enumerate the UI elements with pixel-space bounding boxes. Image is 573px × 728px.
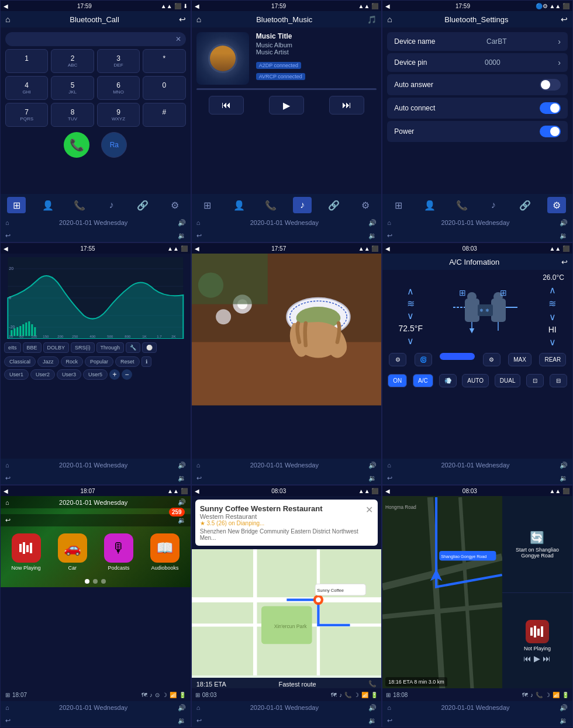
back-settings-bottom[interactable]: ↩ — [387, 232, 392, 240]
music-note-icon[interactable]: 🎵 — [367, 15, 377, 24]
back-circle-apps[interactable]: ◀ — [4, 488, 8, 494]
tab-phone[interactable]: 📞 — [70, 197, 89, 213]
home-icon-music[interactable]: ⌂ — [196, 15, 201, 24]
back-nav-bottom[interactable]: ↩ — [196, 717, 202, 724]
vol-down-cp[interactable]: 🔉 — [560, 717, 568, 724]
back-cp-bottom[interactable]: ↩ — [387, 717, 392, 724]
ac-right-down2[interactable]: ∨ — [549, 337, 556, 348]
cp-forward-btn[interactable]: ⏭ — [543, 654, 551, 663]
back-bottom-icon[interactable]: ↩ — [5, 232, 11, 240]
maps-icon[interactable]: 🗺 — [141, 692, 147, 698]
video-area[interactable] — [192, 254, 382, 405]
back-circle-cp[interactable]: ◀ — [385, 488, 390, 494]
ac-left-up[interactable]: ∧ — [407, 286, 414, 297]
grid-sys-icon[interactable]: ⊞ — [5, 692, 10, 698]
volume-down-icon[interactable]: 🔉 — [178, 232, 186, 240]
eq-user1[interactable]: User1 — [4, 369, 29, 380]
dial-btn-7[interactable]: 7PQRS — [5, 103, 48, 127]
eq-preset-jazz[interactable]: Jazz — [37, 356, 59, 367]
eq-preset-popular[interactable]: Popular — [85, 356, 113, 367]
maps-nav-icon[interactable]: 🗺 — [331, 692, 337, 698]
volume-music[interactable]: 🔊 — [368, 219, 377, 227]
back-eq-bottom[interactable]: ↩ — [5, 474, 11, 482]
home-eq-bottom[interactable]: ⌂ — [5, 462, 9, 469]
home-apps-bottom[interactable]: ⌂ — [5, 704, 9, 711]
back-apps-inner[interactable]: ↩ — [5, 516, 11, 524]
back-circle-ac[interactable]: ◀ — [385, 245, 390, 252]
ac-ac-btn[interactable]: A/C — [413, 374, 433, 387]
back-circle-eq[interactable]: ◀ — [4, 245, 8, 252]
eq-user2[interactable]: User2 — [30, 369, 55, 380]
vol-down-eq[interactable]: 🔉 — [178, 474, 186, 482]
eq-effect-dolby[interactable]: DOLBY — [43, 342, 70, 353]
home-ac-bottom[interactable]: ⌂ — [387, 462, 391, 469]
dial-btn-6[interactable]: 6MNO — [97, 76, 140, 100]
ac-on-btn[interactable]: ON — [388, 374, 407, 387]
volume-settings[interactable]: 🔊 — [560, 219, 568, 227]
dial-btn-4[interactable]: 4GHI — [5, 76, 48, 100]
home-bottom-music[interactable]: ⌂ — [196, 219, 201, 226]
app-audiobooks[interactable]: 📖 Audiobooks — [150, 533, 180, 571]
tab-settings-music[interactable]: ⚙ — [356, 197, 375, 213]
power-toggle[interactable] — [540, 126, 561, 137]
vol-down-apps-inner[interactable]: 🔉 — [178, 516, 186, 524]
ac-fan-btn[interactable]: 🌀 — [415, 353, 432, 366]
back-apps-bottom[interactable]: ↩ — [5, 717, 11, 724]
eq-effect-r1[interactable]: 🔧 — [126, 342, 140, 353]
tab-music-music[interactable]: ♪ — [293, 197, 312, 213]
vol-down-apps[interactable]: 🔉 — [178, 717, 186, 724]
back-video-bottom[interactable]: ↩ — [196, 474, 202, 482]
back-bottom-music[interactable]: ↩ — [196, 232, 202, 240]
tab-settings[interactable]: ⚙ — [165, 197, 184, 213]
ac-max-btn[interactable]: MAX — [508, 353, 531, 366]
home-bottom-icon[interactable]: ⌂ — [5, 219, 9, 226]
vol-down-ac[interactable]: 🔉 — [560, 474, 568, 482]
carplay-map[interactable]: Shangliao Gongye Road Hongma Road 18:16 … — [382, 496, 502, 688]
next-button[interactable]: ⏭ — [329, 96, 364, 115]
tab-link-s[interactable]: 🔗 — [516, 197, 534, 213]
grid-cp-icon[interactable]: ⊞ — [386, 692, 391, 698]
prev-button[interactable]: ⏮ — [209, 96, 244, 115]
phone-cp-icon[interactable]: 📞 — [536, 692, 543, 698]
dial-btn-0[interactable]: 0 — [143, 76, 185, 100]
eq-add-btn[interactable]: + — [109, 369, 120, 380]
eq-user5[interactable]: User5 — [83, 369, 108, 380]
ac-left-down[interactable]: ∨ — [407, 310, 414, 321]
eq-preset-classical[interactable]: Classical — [4, 356, 36, 367]
tab-music[interactable]: ♪ — [102, 197, 120, 213]
nav-phone-icon[interactable]: 📞 — [368, 680, 377, 688]
maps-cp-icon[interactable]: 🗺 — [522, 692, 528, 698]
back-circle-settings[interactable]: ◀ — [385, 3, 390, 9]
vol-cp[interactable]: 🔊 — [560, 704, 568, 712]
tab-grid-music[interactable]: ⊞ — [198, 197, 217, 213]
ac-dual-btn[interactable]: DUAL — [495, 374, 521, 387]
dial-btn-8[interactable]: 8TUV — [51, 103, 94, 127]
ac-fan-speed-btn[interactable]: ⚙ — [483, 353, 500, 366]
dial-btn-star[interactable]: * — [143, 49, 185, 73]
eq-user3[interactable]: User3 — [57, 369, 81, 380]
back-circle-btn-music[interactable]: ◀ — [195, 3, 199, 9]
ac-auto-btn[interactable]: AUTO — [462, 374, 489, 387]
back-icon-settings[interactable]: ↩ — [561, 15, 568, 24]
back-circle-btn[interactable]: ◀ — [4, 3, 8, 9]
app-car[interactable]: 🚗 Car — [58, 533, 87, 571]
play-button[interactable]: ▶ — [269, 96, 304, 115]
eq-effect-r2[interactable]: ⚪ — [142, 342, 157, 353]
vol-apps[interactable]: 🔊 — [178, 704, 186, 712]
vol-down-nav[interactable]: 🔉 — [368, 717, 377, 724]
eq-effect-through[interactable]: Through — [96, 342, 125, 353]
tab-settings-s[interactable]: ⚙ — [547, 197, 566, 213]
vol-ac[interactable]: 🔊 — [560, 462, 568, 469]
volume-down-music[interactable]: 🔉 — [368, 232, 377, 240]
tab-link-music[interactable]: 🔗 — [325, 197, 343, 213]
vol-nav[interactable]: 🔊 — [368, 704, 377, 712]
home-video-bottom[interactable]: ⌂ — [196, 462, 201, 469]
eq-preset-rock[interactable]: Rock — [61, 356, 84, 367]
back-circle-nav[interactable]: ◀ — [195, 488, 199, 494]
tab-grid-s[interactable]: ⊞ — [389, 197, 408, 213]
ac-rear-btn[interactable]: REAR — [539, 353, 566, 366]
call-button-green[interactable]: 📞 — [64, 132, 89, 158]
music-cp-icon[interactable]: ♪ — [530, 692, 533, 698]
back-ac-bottom[interactable]: ↩ — [387, 474, 392, 482]
ac-speed-slider[interactable] — [440, 353, 475, 360]
